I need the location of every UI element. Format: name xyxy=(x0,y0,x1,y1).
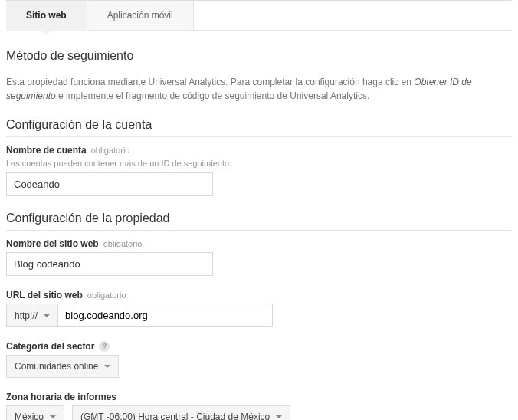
site-url-label: URL del sitio web xyxy=(6,290,83,300)
site-url-field: URL del sitio web obligatorio http:// xyxy=(6,290,512,327)
tracking-desc: Esta propiedad funciona mediante Univers… xyxy=(6,75,512,103)
chevron-down-icon xyxy=(50,415,56,418)
timezone-label: Zona horaria de informes xyxy=(6,392,116,402)
site-name-label: Nombre del sitio web xyxy=(6,238,99,249)
tabs: Sitio web Aplicación móvil xyxy=(6,0,512,31)
url-scheme-select[interactable]: http:// xyxy=(6,304,58,327)
account-name-field: Nombre de cuenta obligatorio Las cuentas… xyxy=(6,145,512,196)
tab-mobile[interactable]: Aplicación móvil xyxy=(87,1,194,31)
help-icon[interactable]: ? xyxy=(99,341,110,352)
account-title: Configuración de la cuenta xyxy=(6,118,512,137)
account-name-input[interactable] xyxy=(6,172,213,196)
account-name-required: obligatorio xyxy=(91,146,130,155)
site-url-input[interactable] xyxy=(58,304,273,327)
chevron-down-icon xyxy=(276,415,282,418)
site-name-required: obligatorio xyxy=(103,239,143,248)
tracking-title: Método de seguimiento xyxy=(6,49,512,67)
timezone-field: Zona horaria de informes México (GMT -06… xyxy=(6,392,512,420)
chevron-down-icon xyxy=(44,314,50,317)
chevron-down-icon xyxy=(104,365,110,368)
category-select[interactable]: Comunidades online xyxy=(6,355,119,378)
tab-website[interactable]: Sitio web xyxy=(6,1,87,31)
account-name-hint: Las cuentas pueden contener más de un ID… xyxy=(6,159,512,168)
property-title: Configuración de la propiedad xyxy=(6,212,512,231)
timezone-select[interactable]: (GMT -06:00) Hora central - Ciudad de Mé… xyxy=(72,405,290,420)
site-url-required: obligatorio xyxy=(87,290,126,300)
account-name-label: Nombre de cuenta xyxy=(6,145,87,156)
timezone-country-select[interactable]: México xyxy=(6,405,64,420)
category-label: Categoría del sector xyxy=(6,341,94,352)
site-name-field: Nombre del sitio web obligatorio xyxy=(6,238,512,276)
category-field: Categoría del sector ? Comunidades onlin… xyxy=(6,341,512,378)
site-name-input[interactable] xyxy=(6,252,213,276)
